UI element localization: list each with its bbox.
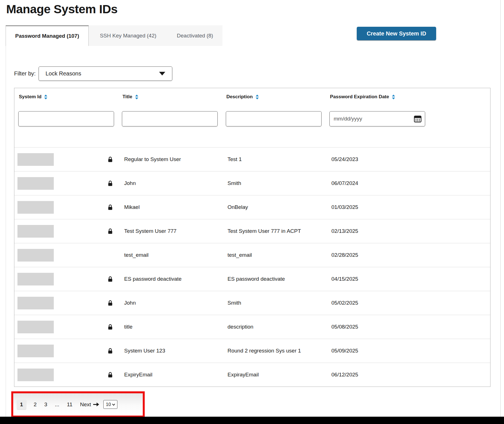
table-row: title description 05/08/2025 <box>14 315 490 339</box>
tab-deactivated[interactable]: Deactivated (8) <box>168 25 222 46</box>
row-title: Regular to System User <box>119 156 226 162</box>
tab-password-managed[interactable]: Password Managed (107) <box>6 25 89 46</box>
arrow-right-icon <box>93 402 99 407</box>
header-description[interactable]: Description <box>222 94 325 100</box>
row-description: Test System User 777 in ACPT <box>226 228 330 234</box>
header-title[interactable]: Title <box>118 94 222 100</box>
table-row: John Smith 06/07/2024 <box>14 171 490 195</box>
header-label: System Id <box>19 94 41 100</box>
page-size-select[interactable]: 10 <box>103 400 117 409</box>
row-title: title <box>119 324 226 330</box>
tab-panel-border <box>6 46 6 417</box>
lock-icon <box>108 324 113 330</box>
row-expiration-date: 05/02/2025 <box>330 300 490 306</box>
lock-icon <box>108 204 113 210</box>
redacted-system-id <box>17 201 54 214</box>
system-id-cell <box>14 273 102 285</box>
header-system-id[interactable]: System Id <box>14 94 118 100</box>
redacted-system-id <box>17 249 54 262</box>
row-title: John <box>119 180 226 186</box>
system-id-cell <box>14 345 102 357</box>
redacted-system-id <box>17 297 54 309</box>
lock-icon <box>108 180 113 186</box>
sort-icon <box>255 95 259 99</box>
page-right-edge <box>500 0 501 417</box>
tab-label: Deactivated (8) <box>177 33 213 39</box>
create-new-system-id-button[interactable]: Create New System ID <box>357 27 436 40</box>
page-ellipsis: ... <box>55 401 59 408</box>
row-title: John <box>119 300 226 306</box>
table-row: ES password deactivate ES password deact… <box>14 267 490 291</box>
page-number-link[interactable]: 2 <box>34 401 37 408</box>
row-description: Smith <box>226 300 330 306</box>
lock-reasons-dropdown[interactable]: Lock Reasons <box>39 66 172 81</box>
row-expiration-date: 04/15/2025 <box>330 276 490 282</box>
header-password-expiration-date[interactable]: Password Expiration Date <box>325 94 490 100</box>
table-header-row: System Id Title Description Password Exp… <box>14 88 490 106</box>
row-title: test_email <box>119 252 226 258</box>
redacted-system-id <box>17 153 54 166</box>
row-expiration-date: 02/28/2025 <box>330 252 490 258</box>
system-ids-table: System Id Title Description Password Exp… <box>14 88 490 387</box>
row-expiration-date: 05/24/2023 <box>330 156 490 162</box>
lock-cell <box>102 180 119 186</box>
lock-reasons-dropdown-value: Lock Reasons <box>46 70 81 77</box>
next-label: Next <box>80 401 91 408</box>
row-description: Test 1 <box>226 156 330 162</box>
lock-icon <box>108 228 113 234</box>
row-description: OnBelay <box>226 204 330 210</box>
header-label: Title <box>122 94 132 100</box>
redacted-system-id <box>17 321 54 333</box>
page-title: Manage System IDs <box>6 2 117 16</box>
row-description: ES password deactivate <box>226 276 330 282</box>
sort-icon <box>392 95 395 99</box>
table-row: ExpiryEmail ExpirayEmail 06/12/2025 <box>14 363 490 387</box>
lock-icon <box>108 157 113 162</box>
system-id-cell <box>14 297 102 309</box>
calendar-icon[interactable] <box>414 115 422 122</box>
lock-icon <box>108 300 113 306</box>
description-filter-input[interactable] <box>226 111 322 126</box>
row-description: Round 2 regression Sys user 1 <box>226 348 330 354</box>
page-number-link[interactable]: 3 <box>44 401 47 408</box>
sort-icon <box>135 95 139 99</box>
expiration-date-filter-input[interactable] <box>329 111 425 126</box>
lock-cell <box>102 348 119 354</box>
page-number-current[interactable]: 1 <box>17 400 26 409</box>
table-row: Test System User 777 Test System User 77… <box>14 219 490 243</box>
header-label: Password Expiration Date <box>330 94 389 100</box>
row-title: ExpiryEmail <box>119 372 226 378</box>
filter-row: Filter by: Lock Reasons <box>14 66 172 81</box>
lock-cell <box>102 204 119 210</box>
row-title: System User 123 <box>119 348 226 354</box>
title-filter-input[interactable] <box>122 111 218 126</box>
redacted-system-id <box>17 225 54 238</box>
row-expiration-date: 05/09/2025 <box>330 348 490 354</box>
dropdown-caret-icon <box>159 72 165 75</box>
pagination-highlight-box: 123...11 Next 10 <box>11 391 145 418</box>
system-id-cell <box>14 153 102 166</box>
next-page-button[interactable]: Next <box>80 401 99 408</box>
lock-cell <box>102 276 119 282</box>
table-row: Mikael OnBelay 01/03/2025 <box>14 195 490 219</box>
row-description: description <box>226 324 330 330</box>
row-expiration-date: 05/08/2025 <box>330 324 490 330</box>
system-id-cell <box>14 201 102 214</box>
lock-cell <box>102 157 119 162</box>
page-number-link[interactable]: 11 <box>67 401 73 408</box>
system-id-filter-input[interactable] <box>18 111 114 126</box>
redacted-system-id <box>17 273 54 285</box>
lock-cell <box>102 300 119 306</box>
filter-by-label: Filter by: <box>14 70 36 77</box>
system-id-cell <box>14 225 102 238</box>
table-body: Regular to System User Test 1 05/24/2023… <box>14 147 490 387</box>
redacted-system-id <box>17 345 54 357</box>
system-id-cell <box>14 321 102 333</box>
header-label: Description <box>226 94 253 100</box>
table-row: test_email test_email 02/28/2025 <box>14 243 490 267</box>
tab-ssh-key-managed[interactable]: SSH Key Managed (42) <box>89 25 168 46</box>
row-title: ES password deactivate <box>119 276 226 282</box>
lock-cell <box>102 324 119 330</box>
tab-bar: Password Managed (107) SSH Key Managed (… <box>6 25 222 46</box>
row-description: Smith <box>226 180 330 186</box>
